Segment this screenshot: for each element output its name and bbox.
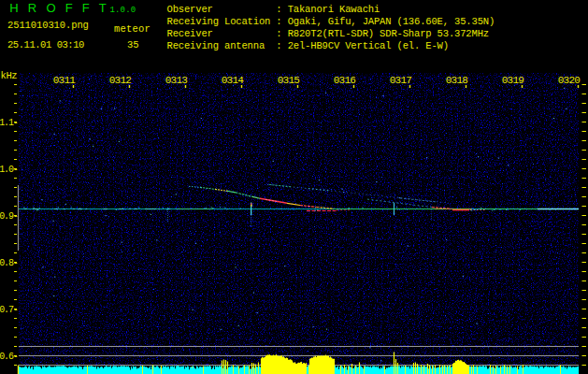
svg-text:0313: 0313 bbox=[165, 75, 187, 86]
svg-text:0319: 0319 bbox=[502, 75, 523, 86]
svg-text:0317: 0317 bbox=[390, 75, 411, 86]
svg-text:Receiving Location : Ogaki, Gi: Receiving Location : Ogaki, Gifu, JAPAN … bbox=[167, 16, 495, 27]
svg-text:2511010310.png: 2511010310.png bbox=[7, 20, 89, 31]
svg-text:meteor: meteor bbox=[114, 23, 151, 35]
svg-text:0312: 0312 bbox=[109, 75, 131, 86]
svg-text:0.7-: 0.7- bbox=[0, 305, 18, 315]
svg-text:0.9-: 0.9- bbox=[0, 211, 18, 222]
svg-text:Receiving antenna : 2el-HB9CV: Receiving antenna : 2el-HB9CV Vertical (… bbox=[167, 40, 449, 51]
svg-text:0320: 0320 bbox=[558, 75, 580, 86]
svg-text:1.0-: 1.0- bbox=[0, 165, 18, 175]
svg-text:kHz: kHz bbox=[1, 70, 18, 81]
svg-text:Observer : Takanori: Observer : Takanori Kawachi bbox=[167, 4, 380, 15]
svg-text:0314: 0314 bbox=[222, 75, 244, 86]
svg-text:1.0.0: 1.0.0 bbox=[110, 6, 136, 15]
svg-text:0316: 0316 bbox=[334, 75, 355, 86]
svg-text:0.8-: 0.8- bbox=[0, 258, 18, 268]
svg-text:H R O F F T: H R O F F T bbox=[9, 1, 109, 15]
svg-text:35: 35 bbox=[127, 39, 139, 50]
svg-text:Receiver : R820T2(RT: Receiver : R820T2(RTL-SDR) SDR-Sharp 53.… bbox=[167, 28, 489, 39]
svg-text:0.6-: 0.6- bbox=[0, 352, 18, 362]
svg-text:1.1-: 1.1- bbox=[0, 118, 18, 128]
svg-text:25.11.01 03:10: 25.11.01 03:10 bbox=[7, 39, 84, 50]
svg-text:0311: 0311 bbox=[53, 75, 76, 86]
svg-text:0315: 0315 bbox=[278, 75, 299, 86]
svg-text:0318: 0318 bbox=[446, 75, 467, 86]
